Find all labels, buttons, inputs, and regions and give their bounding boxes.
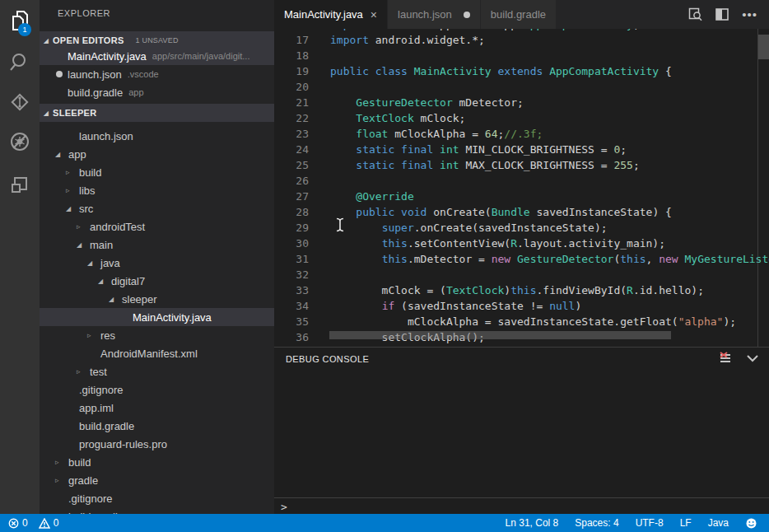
chevron-expanded-icon: ◢ [40,37,53,44]
clear-console-icon[interactable] [718,352,733,365]
tree-item-label: build [68,456,91,469]
code-token: mDetector; [453,96,524,109]
tree-item-proguard-rules-pro[interactable]: proguard-rules.pro [40,435,274,453]
tree-item-main[interactable]: ◢main [40,236,274,254]
code-token [330,128,356,140]
tree-item-digital7[interactable]: ◢digital7 [40,272,274,290]
code-token: void [401,206,426,218]
line-number: 19 [274,63,309,79]
open-editor-label: launch.json [68,68,122,81]
chevron-expanded-icon: ◢ [87,259,100,267]
tree-item-java[interactable]: ◢java [40,254,274,272]
code-token [394,159,401,171]
editor-actions: ••• [688,0,769,29]
open-editor-item[interactable]: MainActivity.javaapp/src/main/java/digit… [40,47,274,65]
editor-horizontal-scrollbar[interactable] [329,331,671,339]
cursor-position[interactable]: Ln 31, Col 8 [506,517,559,529]
open-preview-icon[interactable] [688,7,702,21]
code-line: import android.widget.*; [330,32,485,48]
no-bug-icon [8,130,31,153]
code-token: R [510,237,517,250]
tree-item--gitignore[interactable]: .gitignore [40,380,274,399]
tab-mainactivity-java[interactable]: MainActivity.java× [274,0,388,29]
tree-item-build-gradle[interactable]: build.gradle [40,417,274,435]
open-editor-item[interactable]: build.gradleapp [40,83,274,101]
folder-section-header[interactable]: ◢ SLEEPER [40,104,274,122]
tab-launch-json[interactable]: launch.json [388,0,481,29]
code-token: mClock = ( [330,284,446,296]
tree-item-build[interactable]: ▹build [40,163,274,181]
code-token: public [330,65,369,77]
tree-item-build[interactable]: ▹build [40,453,274,471]
chevron-expanded-icon: ◢ [55,151,68,158]
indentation[interactable]: Spaces: 4 [575,517,618,529]
tree-item-app[interactable]: ◢app [40,145,274,163]
code-line: GestureDetector mDetector; [330,95,524,110]
code-token: onCreate( [426,206,491,218]
tree-item-androidmanifest-xml[interactable]: AndroidManifest.xml [40,344,274,362]
code-token: TextClock [356,112,413,124]
open-editor-label: build.gradle [68,86,123,99]
debug-console-input[interactable]: > [274,497,769,515]
tab-build-gradle[interactable]: build.gradle [481,0,557,29]
chevron-expanded-icon: ◢ [66,205,79,212]
panel-title[interactable]: DEBUG CONSOLE [286,354,369,364]
code-token [408,65,414,77]
more-actions-icon[interactable]: ••• [742,7,757,21]
code-token: new [659,253,678,265]
tree-item-res[interactable]: ▹res [40,326,274,344]
code-token: extends [498,65,543,77]
code-token: R [627,284,633,296]
tab-close-icon[interactable]: × [371,9,377,21]
tree-item-src[interactable]: ◢src [40,199,274,217]
code-token: AppCompatActivity [549,65,659,77]
feedback-smiley-icon[interactable] [745,517,757,530]
code-token: //.3f; [504,128,543,140]
encoding[interactable]: UTF-8 [636,517,664,529]
code-token: new [492,253,510,265]
extensions-icon[interactable] [0,165,40,204]
scrollbar-thumb[interactable] [758,35,769,59]
file-tree: ◢.vscodelaunch.json◢app▹build▹libs◢src▹a… [40,104,274,514]
code-token [330,206,356,218]
editor-vertical-scrollbar[interactable] [757,29,769,347]
tree-item-androidtest[interactable]: ▹androidTest [40,217,274,236]
dirty-dot-icon [56,71,63,77]
tab-label: launch.json [398,8,452,21]
tree-item-gradle[interactable]: ▹gradle [40,471,274,489]
tree-item-test[interactable]: ▹test [40,362,274,380]
tree-item-sleeper[interactable]: ◢sleeper [40,290,274,308]
tree-item-app-iml[interactable]: app.iml [40,399,274,417]
search-icon[interactable] [0,43,40,82]
tree-item-build-gradle[interactable]: build.gradle [40,507,274,514]
open-editor-description: .vscode [128,69,274,79]
code-token [330,253,382,265]
explorer-icon[interactable]: 1 [0,2,40,41]
tree-item-launch-json[interactable]: launch.json [40,127,274,145]
eol[interactable]: LF [680,517,692,529]
open-editor-item[interactable]: launch.json.vscode [40,65,274,83]
open-editor-label: MainActivity.java [68,50,147,63]
language-mode[interactable]: Java [708,517,729,529]
code-token: int [440,159,459,171]
code-token: static [356,143,394,156]
code-token [330,159,356,171]
tree-item-libs[interactable]: ▹libs [40,181,274,199]
tree-item-mainactivity-java[interactable]: MainActivity.java [40,308,274,326]
status-problems[interactable]: 0 0 [8,517,58,529]
tree-item-label: MainActivity.java [133,311,212,324]
code-token: TextClock [446,284,504,296]
tree-item-label: test [90,366,107,378]
chevron-expanded-icon: ◢ [98,278,111,285]
code-editor[interactable]: 16import android.support.v7.app.AppCompa… [274,29,769,347]
split-editor-icon[interactable] [715,8,729,21]
code-token [433,143,440,156]
line-number: 27 [274,189,309,204]
tree-item--gitignore[interactable]: .gitignore [40,489,274,507]
code-token: android.support.v7.app. [369,29,524,30]
error-icon [8,518,19,529]
close-panel-chevron-icon[interactable] [746,354,759,362]
source-control-icon[interactable] [0,82,40,122]
debug-icon[interactable] [0,122,40,161]
code-line: float mClockAlpha = 64;//.3f; [330,126,543,142]
